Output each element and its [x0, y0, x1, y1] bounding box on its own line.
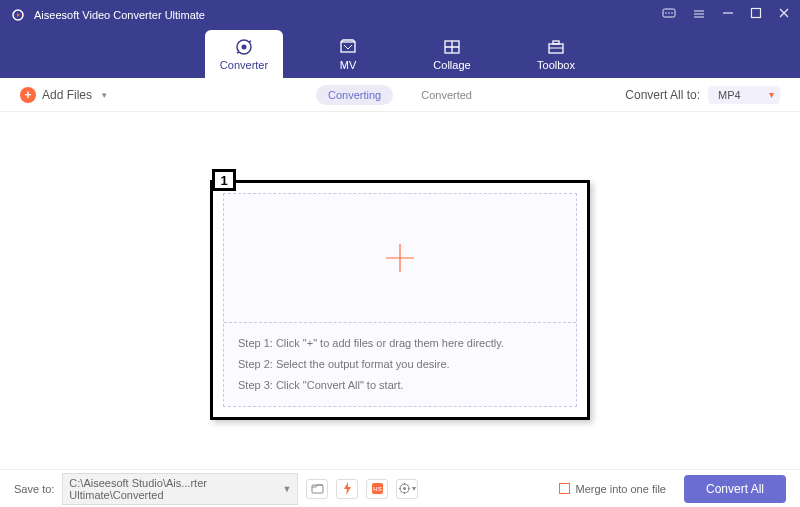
svg-rect-12: [312, 485, 323, 493]
merge-label: Merge into one file: [575, 483, 666, 495]
svg-point-3: [668, 12, 670, 14]
instruction-steps: Step 1: Click "+" to add files or drag t…: [224, 323, 576, 406]
svg-rect-5: [752, 8, 761, 17]
titlebar: Aiseesoft Video Converter Ultimate: [0, 0, 800, 30]
save-path-text: C:\Aiseesoft Studio\Ais...rter Ultimate\…: [69, 477, 276, 501]
mv-icon: [338, 37, 358, 57]
svg-point-2: [665, 12, 667, 14]
tab-toolbox[interactable]: Toolbox: [517, 30, 595, 78]
toolbar: + Add Files ▾ Converting Converted Conve…: [0, 78, 800, 112]
svg-point-7: [242, 45, 247, 50]
svg-text:HS: HS: [373, 486, 381, 492]
add-files-label: Add Files: [42, 88, 92, 102]
convert-all-to-label: Convert All to:: [625, 88, 700, 102]
format-select[interactable]: MP4: [708, 86, 780, 104]
open-folder-button[interactable]: [306, 479, 328, 499]
callout-number: 1: [212, 169, 236, 191]
window-controls: [662, 7, 790, 24]
app-logo-icon: [10, 7, 26, 23]
add-plus-icon: [380, 238, 420, 278]
settings-button[interactable]: ▾: [396, 479, 418, 499]
segment-control: Converting Converted: [316, 85, 484, 105]
plus-icon: +: [20, 87, 36, 103]
navbar: Converter MV Collage Toolbox: [0, 30, 800, 78]
dropzone[interactable]: Step 1: Click "+" to add files or drag t…: [223, 193, 577, 407]
dropzone-callout: 1 Step 1: Click "+" to add files or drag…: [210, 180, 590, 420]
close-icon[interactable]: [778, 7, 790, 24]
svg-rect-8: [341, 42, 355, 52]
minimize-icon[interactable]: [722, 7, 734, 24]
tab-label: Converter: [220, 59, 268, 71]
save-path-select[interactable]: C:\Aiseesoft Studio\Ais...rter Ultimate\…: [62, 473, 298, 505]
high-speed-button[interactable]: HS: [366, 479, 388, 499]
step-1: Step 1: Click "+" to add files or drag t…: [238, 333, 562, 354]
dropzone-click-area[interactable]: [224, 194, 576, 323]
convert-all-button[interactable]: Convert All: [684, 475, 786, 503]
step-3: Step 3: Click "Convert All" to start.: [238, 375, 562, 396]
tab-collage[interactable]: Collage: [413, 30, 491, 78]
menu-icon[interactable]: [692, 7, 706, 24]
converter-icon: [234, 37, 254, 57]
tab-label: Toolbox: [537, 59, 575, 71]
tab-label: Collage: [433, 59, 470, 71]
step-2: Step 2: Select the output format you des…: [238, 354, 562, 375]
svg-rect-11: [553, 41, 559, 44]
tab-converter[interactable]: Converter: [205, 30, 283, 78]
collage-icon: [442, 37, 462, 57]
chevron-down-icon: ▼: [282, 484, 291, 494]
checkbox-icon: [559, 483, 570, 494]
tab-mv[interactable]: MV: [309, 30, 387, 78]
segment-converted[interactable]: Converted: [409, 85, 484, 105]
maximize-icon[interactable]: [750, 7, 762, 24]
footer: Save to: C:\Aiseesoft Studio\Ais...rter …: [0, 469, 800, 507]
app-title: Aiseesoft Video Converter Ultimate: [34, 9, 662, 21]
merge-checkbox[interactable]: Merge into one file: [559, 483, 666, 495]
svg-point-4: [671, 12, 673, 14]
segment-converting[interactable]: Converting: [316, 85, 393, 105]
feedback-icon[interactable]: [662, 7, 676, 24]
main-area: 1 Step 1: Click "+" to add files or drag…: [0, 112, 800, 469]
tab-label: MV: [340, 59, 357, 71]
toolbox-icon: [546, 37, 566, 57]
svg-point-16: [403, 487, 406, 490]
add-files-button[interactable]: + Add Files ▾: [20, 87, 107, 103]
save-to-label: Save to:: [14, 483, 54, 495]
chevron-down-icon: ▾: [102, 90, 107, 100]
gpu-accel-button[interactable]: [336, 479, 358, 499]
